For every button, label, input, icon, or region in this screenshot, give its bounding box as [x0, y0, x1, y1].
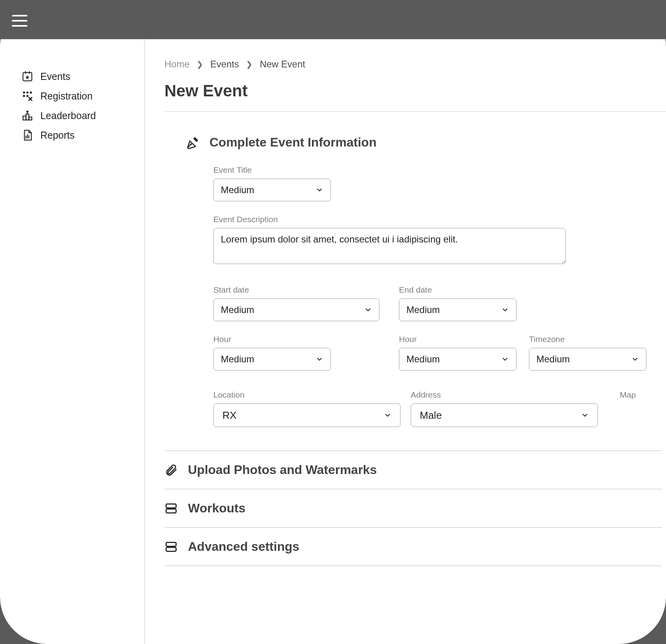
chevron-down-icon	[384, 411, 392, 420]
server-icon	[164, 502, 178, 515]
field-start-date: Start date Medium	[213, 285, 379, 321]
registration-icon	[22, 90, 33, 102]
page-title: New Event	[164, 81, 666, 100]
sidebar-item-label: Events	[40, 71, 70, 82]
end-date-label: End date	[399, 285, 516, 295]
section-workouts-title: Workouts	[188, 501, 245, 516]
timezone-value: Medium	[536, 354, 570, 365]
section-advanced-title: Advanced settings	[188, 539, 300, 554]
chevron-down-icon	[631, 355, 639, 363]
sidebar-item-label: Leaderboard	[40, 110, 96, 121]
section-advanced[interactable]: Advanced settings	[164, 527, 662, 566]
breadcrumb-home[interactable]: Home	[164, 59, 190, 70]
svg-rect-12	[166, 509, 176, 513]
event-desc-textarea[interactable]	[213, 228, 566, 264]
svg-rect-8	[23, 116, 26, 120]
start-date-value: Medium	[221, 304, 254, 315]
end-date-select[interactable]: Medium	[399, 298, 516, 321]
field-location: Location RX	[213, 390, 401, 427]
address-label: Address	[411, 390, 598, 400]
breadcrumb-events[interactable]: Events	[210, 59, 239, 70]
timezone-select[interactable]: Medium	[529, 348, 646, 371]
hour-end-select[interactable]: Medium	[399, 348, 516, 371]
app-body: Events Registration Leaderboard	[0, 39, 666, 644]
pen-nib-icon	[186, 136, 199, 149]
calendar-star-icon	[22, 71, 33, 82]
field-event-title: Event Title Medium	[213, 165, 666, 201]
location-value: RX	[222, 409, 236, 421]
chevron-right-icon: ❯	[197, 60, 203, 69]
hour2-label: Hour	[399, 335, 516, 344]
svg-point-4	[23, 95, 25, 97]
sidebar-item-label: Registration	[40, 90, 92, 102]
breadcrumb-current: New Event	[260, 59, 305, 70]
chevron-down-icon	[501, 355, 509, 363]
field-map: Map	[620, 390, 636, 427]
hour1-value: Medium	[221, 354, 254, 365]
address-value: Male	[420, 409, 442, 421]
svg-point-2	[26, 92, 29, 94]
chevron-down-icon	[316, 355, 323, 363]
breadcrumb: Home ❯ Events ❯ New Event	[164, 59, 666, 70]
event-title-label: Event Title	[213, 165, 666, 175]
field-end-date: End date Medium	[399, 285, 516, 321]
section-upload-title: Upload Photos and Watermarks	[188, 463, 377, 477]
field-event-description: Event Description	[213, 215, 666, 266]
section-upload[interactable]: Upload Photos and Watermarks	[164, 450, 662, 489]
timezone-label: Timezone	[529, 335, 646, 344]
section-workouts[interactable]: Workouts	[164, 489, 662, 527]
svg-point-3	[30, 92, 32, 94]
svg-rect-14	[166, 547, 176, 551]
hour1-label: Hour	[213, 335, 331, 344]
sidebar-item-registration[interactable]: Registration	[22, 86, 144, 106]
hour-start-select[interactable]: Medium	[213, 348, 331, 371]
chevron-down-icon	[581, 411, 589, 420]
sidebar-item-events[interactable]: Events	[22, 67, 144, 86]
svg-rect-13	[166, 542, 176, 546]
address-select[interactable]: Male	[411, 403, 598, 427]
menu-icon[interactable]	[12, 15, 27, 27]
end-date-value: Medium	[406, 304, 440, 315]
field-hour-end: Hour Medium	[399, 335, 516, 371]
chevron-down-icon	[316, 186, 323, 194]
server-icon	[164, 540, 178, 554]
event-title-value: Medium	[221, 185, 254, 195]
map-label: Map	[620, 390, 636, 400]
podium-icon	[22, 110, 33, 121]
report-icon	[22, 129, 33, 141]
sidebar-item-label: Reports	[40, 130, 75, 141]
form-content: Complete Event Information Event Title M…	[164, 112, 666, 566]
start-date-select[interactable]: Medium	[213, 298, 379, 321]
svg-point-5	[26, 95, 29, 97]
section-info-title: Complete Event Information	[209, 135, 377, 150]
device-frame: Events Registration Leaderboard	[0, 0, 666, 644]
topbar	[0, 0, 666, 39]
event-desc-label: Event Description	[213, 215, 666, 224]
chevron-right-icon: ❯	[246, 60, 253, 69]
sidebar-item-reports[interactable]: Reports	[22, 125, 144, 145]
event-title-select[interactable]: Medium	[213, 179, 331, 201]
svg-rect-11	[166, 504, 176, 508]
sidebar: Events Registration Leaderboard	[0, 39, 145, 644]
chevron-down-icon	[501, 306, 509, 314]
hour2-value: Medium	[406, 354, 440, 365]
attachment-icon	[164, 463, 178, 477]
chevron-down-icon	[364, 306, 372, 314]
main-content: Home ❯ Events ❯ New Event New Event Comp…	[145, 39, 666, 644]
section-info-head: Complete Event Information	[186, 135, 666, 150]
svg-point-1	[23, 92, 25, 94]
sidebar-item-leaderboard[interactable]: Leaderboard	[22, 106, 144, 125]
field-hour-start: Hour Medium	[213, 335, 331, 371]
form-fields: Event Title Medium Event Description Sta…	[186, 165, 666, 427]
location-label: Location	[213, 390, 401, 400]
field-timezone: Timezone Medium	[529, 335, 646, 371]
start-date-label: Start date	[213, 285, 379, 295]
svg-rect-9	[29, 117, 32, 120]
field-address: Address Male	[411, 390, 598, 427]
location-select[interactable]: RX	[213, 403, 401, 427]
